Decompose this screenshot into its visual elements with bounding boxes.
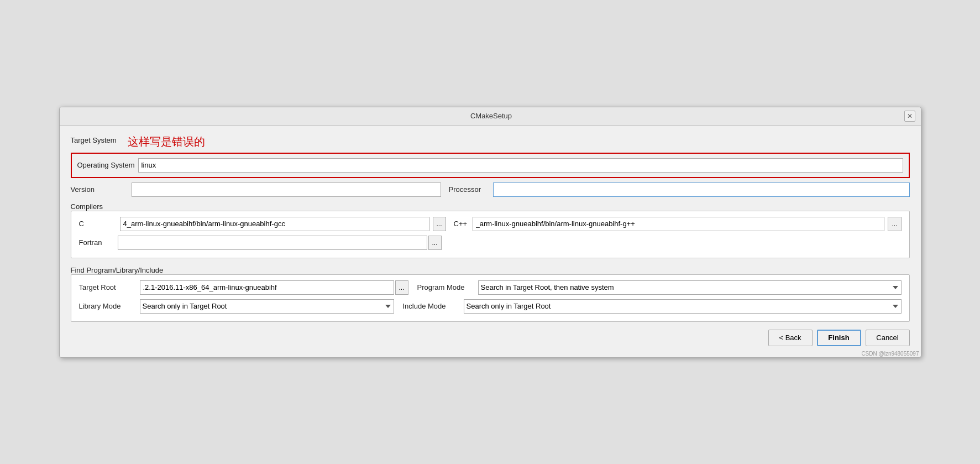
compilers-label: Compilers (71, 202, 103, 211)
processor-label: Processor (449, 185, 493, 194)
cancel-button[interactable]: Cancel (866, 330, 910, 346)
highlighted-os-section: Operating System (71, 153, 910, 178)
find-program-box: Target Root ... Program Mode Search in T… (71, 274, 910, 322)
error-annotation: 这样写是错误的 (128, 134, 205, 149)
target-root-input[interactable] (140, 280, 394, 295)
target-system-section: Target System 这样写是错误的 Operating System V… (71, 134, 910, 197)
version-processor-row: Version Processor (71, 183, 910, 197)
compilers-section: Compilers C ... C++ ... Fortran ... (71, 202, 910, 258)
target-root-label: Target Root (79, 283, 140, 291)
library-mode-label: Library Mode (79, 302, 140, 310)
c-compiler-input[interactable] (120, 217, 429, 231)
back-button[interactable]: < Back (768, 330, 813, 346)
target-system-header-row: Target System 这样写是错误的 (71, 134, 910, 149)
fortran-browse-button[interactable]: ... (428, 236, 442, 250)
watermark: CSDN @lzn948055097 (861, 351, 919, 357)
target-root-program-mode-row: Target Root ... Program Mode Search in T… (79, 280, 902, 295)
operating-system-label: Operating System (77, 161, 138, 169)
library-mode-select[interactable]: Search only in Target Root Search in Tar… (140, 299, 394, 314)
window-content: Target System 这样写是错误的 Operating System V… (60, 126, 921, 357)
processor-input[interactable] (493, 183, 910, 197)
c-browse-button[interactable]: ... (433, 217, 446, 231)
cpp-label: C++ (454, 220, 470, 228)
include-mode-select[interactable]: Search only in Target Root Search in Tar… (464, 299, 902, 314)
compilers-box: C ... C++ ... Fortran ... (71, 211, 910, 258)
c-label: C (79, 220, 118, 228)
close-button[interactable]: ✕ (904, 111, 915, 122)
program-mode-select[interactable]: Search in Target Root, then native syste… (478, 280, 902, 295)
fortran-compiler-input[interactable] (118, 236, 427, 250)
button-row: < Back Finish Cancel (71, 330, 910, 346)
operating-system-row: Operating System (77, 158, 903, 173)
operating-system-input[interactable] (138, 158, 903, 173)
fortran-row: Fortran ... (79, 236, 902, 250)
include-mode-label: Include Mode (403, 302, 464, 310)
finish-button[interactable]: Finish (817, 330, 861, 346)
fortran-label: Fortran (79, 238, 118, 247)
target-root-browse-button[interactable]: ... (395, 280, 408, 295)
c-cpp-row: C ... C++ ... (79, 217, 902, 231)
find-program-label: Find Program/Library/Include (71, 266, 164, 274)
window-title: CMakeSetup (78, 112, 904, 120)
find-program-section: Find Program/Library/Include Target Root… (71, 266, 910, 322)
version-input[interactable] (132, 183, 441, 197)
cmake-setup-window: CMakeSetup ✕ Target System 这样写是错误的 Opera… (59, 107, 921, 358)
cpp-compiler-input[interactable] (473, 217, 885, 231)
version-label: Version (71, 185, 132, 194)
library-include-mode-row: Library Mode Search only in Target Root … (79, 299, 902, 314)
program-mode-label: Program Mode (417, 283, 478, 291)
title-bar: CMakeSetup ✕ (60, 107, 921, 126)
target-system-label: Target System (71, 136, 117, 144)
cpp-browse-button[interactable]: ... (888, 217, 901, 231)
